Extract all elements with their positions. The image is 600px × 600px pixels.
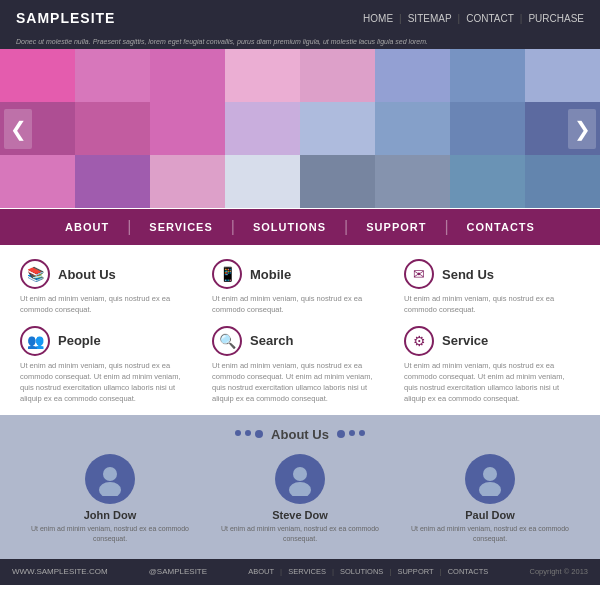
nav-services[interactable]: SERVICES (131, 209, 230, 245)
nav-contacts[interactable]: CONTACTS (449, 209, 553, 245)
feature-text: Ut enim ad minim veniam, quis nostrud ex… (212, 360, 388, 405)
hero-cell (300, 155, 375, 208)
dot (349, 430, 355, 436)
feature-header: 👥 People (20, 326, 196, 356)
hero-cell (225, 49, 300, 102)
dot (359, 430, 365, 436)
hero-cell (0, 155, 75, 208)
feature-send-us: ✉ Send Us Ut enim ad minim veniam, quis … (404, 259, 580, 316)
hero-grid (0, 49, 600, 209)
site-logo[interactable]: SAMPLESITE (16, 10, 115, 26)
nav-contact[interactable]: CONTACT (466, 13, 514, 24)
gear-icon: ⚙ (404, 326, 434, 356)
feature-title: Service (442, 333, 488, 348)
about-section: About Us John Dow Ut enim ad minim venia… (0, 415, 600, 559)
feature-title: People (58, 333, 101, 348)
person-name: Steve Dow (272, 509, 328, 521)
features-grid: 📚 About Us Ut enim ad minim veniam, quis… (20, 259, 580, 405)
hero-cell (150, 49, 225, 102)
about-dots-right (337, 430, 365, 438)
avatar-steve (275, 454, 325, 504)
feature-title: Mobile (250, 267, 291, 282)
feature-text: Ut enim ad minim veniam, quis nostrud ex… (20, 360, 196, 405)
about-dots-left (235, 430, 263, 438)
dot-large (255, 430, 263, 438)
feature-header: 📱 Mobile (212, 259, 388, 289)
footer-site[interactable]: WWW.SAMPLESITE.COM (12, 567, 108, 576)
nav-sep-2: | (458, 13, 461, 24)
nav-about[interactable]: ABOUT (47, 209, 127, 245)
book-icon: 📚 (20, 259, 50, 289)
dot (235, 430, 241, 436)
feature-text: Ut enim ad minim veniam, quis nostrud ex… (20, 293, 196, 316)
person-name: John Dow (84, 509, 137, 521)
hero-cell (450, 49, 525, 102)
tagline-text: Donec ut molestie nulla. Praesent sagitt… (16, 38, 584, 45)
hero-cell (375, 49, 450, 102)
svg-point-0 (103, 467, 117, 481)
features-section: 📚 About Us Ut enim ad minim veniam, quis… (0, 245, 600, 415)
feature-search: 🔍 Search Ut enim ad minim veniam, quis n… (212, 326, 388, 405)
footer-social[interactable]: @SAMPLESITE (149, 567, 207, 576)
nav-solutions[interactable]: SOLUTIONS (235, 209, 344, 245)
feature-mobile: 📱 Mobile Ut enim ad minim veniam, quis n… (212, 259, 388, 316)
feature-header: ⚙ Service (404, 326, 580, 356)
footer-nav-contacts[interactable]: CONTACTS (448, 567, 489, 576)
person-name: Paul Dow (465, 509, 515, 521)
hero-slider: ❮ ❯ (0, 49, 600, 209)
svg-point-1 (99, 482, 121, 496)
nav-purchase[interactable]: PURCHASE (528, 13, 584, 24)
svg-point-5 (479, 482, 501, 496)
feature-header: 🔍 Search (212, 326, 388, 356)
footer-nav-support[interactable]: SUPPORT (397, 567, 433, 576)
footer: WWW.SAMPLESITE.COM @SAMPLESITE ABOUT | S… (0, 559, 600, 585)
hero-cell (300, 49, 375, 102)
hero-cell (225, 155, 300, 208)
nav-sitemap[interactable]: SITEMAP (408, 13, 452, 24)
footer-nav: ABOUT | SERVICES | SOLUTIONS | SUPPORT |… (248, 567, 488, 576)
nav-support[interactable]: SUPPORT (348, 209, 444, 245)
hero-cell (450, 102, 525, 155)
hero-cell (225, 102, 300, 155)
footer-nav-about[interactable]: ABOUT (248, 567, 274, 576)
main-navbar: ABOUT | SERVICES | SOLUTIONS | SUPPORT |… (0, 209, 600, 245)
svg-point-3 (289, 482, 311, 496)
hero-cell (75, 102, 150, 155)
avatar-john (85, 454, 135, 504)
hero-cell (150, 155, 225, 208)
nav-sep-1: | (399, 13, 402, 24)
mail-icon: ✉ (404, 259, 434, 289)
hero-cell (75, 49, 150, 102)
svg-point-4 (483, 467, 497, 481)
person-john: John Dow Ut enim ad minim veniam, nostru… (20, 454, 200, 545)
about-header: About Us (20, 427, 580, 442)
feature-title: About Us (58, 267, 116, 282)
nav-home[interactable]: HOME (363, 13, 393, 24)
about-title: About Us (271, 427, 329, 442)
footer-nav-services[interactable]: SERVICES (288, 567, 326, 576)
hero-cell (450, 155, 525, 208)
hero-cell (525, 49, 600, 102)
feature-text: Ut enim ad minim veniam, quis nostrud ex… (404, 360, 580, 405)
person-text: Ut enim ad minim veniam, nostrud ex ea c… (400, 524, 580, 545)
hero-cell (300, 102, 375, 155)
hero-cell (375, 155, 450, 208)
feature-text: Ut enim ad minim veniam, quis nostrud ex… (404, 293, 580, 316)
slider-prev-button[interactable]: ❮ (4, 109, 32, 149)
mobile-icon: 📱 (212, 259, 242, 289)
hero-cell (0, 49, 75, 102)
footer-copyright: Copyright © 2013 (530, 567, 588, 576)
hero-cell (150, 102, 225, 155)
person-paul: Paul Dow Ut enim ad minim veniam, nostru… (400, 454, 580, 545)
feature-text: Ut enim ad minim veniam, quis nostrud ex… (212, 293, 388, 316)
slider-next-button[interactable]: ❯ (568, 109, 596, 149)
header: SAMPLESITE HOME | SITEMAP | CONTACT | PU… (0, 0, 600, 36)
person-text: Ut enim ad minim veniam, nostrud ex ea c… (20, 524, 200, 545)
top-nav: HOME | SITEMAP | CONTACT | PURCHASE (363, 13, 584, 24)
feature-header: ✉ Send Us (404, 259, 580, 289)
nav-sep-3: | (520, 13, 523, 24)
hero-cell (375, 102, 450, 155)
people-icon: 👥 (20, 326, 50, 356)
footer-nav-solutions[interactable]: SOLUTIONS (340, 567, 383, 576)
hero-cell (525, 155, 600, 208)
